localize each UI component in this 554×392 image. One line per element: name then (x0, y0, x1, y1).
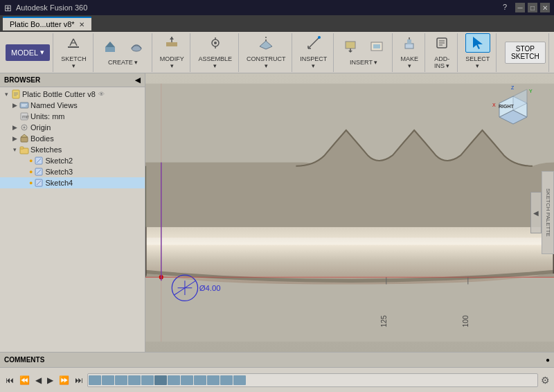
tree-item-sketch2[interactable]: ● Sketch2 (0, 155, 145, 166)
timeline-item[interactable] (115, 375, 127, 385)
comments-bar: COMMENTS ● (0, 352, 554, 367)
make-dropdown-button[interactable]: MAKE ▾ (397, 53, 422, 71)
sketch-visibility-icon[interactable]: ● (29, 168, 33, 175)
timeline-item[interactable] (233, 375, 246, 385)
viewport[interactable]: Ø4.00 125 100 ◀ SKETCH PALETTE (145, 73, 554, 352)
tab-label: Platic Bo...utter v8* (10, 20, 75, 28)
bodies-icon (19, 134, 29, 143)
tree-item-units-label: Units: mm (30, 112, 65, 121)
create-extrude-button[interactable] (98, 37, 123, 56)
named-views-icon (19, 100, 29, 110)
timeline-item[interactable] (194, 375, 206, 385)
svg-text:125: 125 (380, 315, 388, 328)
maximize-button[interactable]: □ (528, 3, 537, 12)
sketch-palette[interactable]: SKETCH PALETTE (542, 171, 554, 254)
assemble-joint-button[interactable] (203, 33, 228, 53)
toolbar-select-group: SELECT ▾ (459, 33, 497, 72)
svg-text:Z: Z (511, 85, 515, 90)
insert-dropdown-button[interactable]: INSERT ▾ (346, 57, 381, 68)
modify-press-pull-button[interactable] (159, 33, 184, 53)
timeline-next-step[interactable]: ⏩ (57, 374, 71, 386)
tree-item-sketches[interactable]: ▾ Sketches (0, 144, 145, 155)
timeline-item[interactable] (141, 375, 154, 385)
svg-rect-25 (405, 44, 413, 48)
addins-icon (434, 35, 449, 51)
insert-canvas-button[interactable] (364, 37, 389, 56)
timeline-item[interactable] (89, 375, 101, 385)
expand-icon: ▶ (11, 124, 18, 131)
tab-close-icon[interactable]: ✕ (79, 21, 84, 28)
sketch-visibility-icon[interactable]: ● (29, 179, 33, 186)
visibility-icon[interactable]: 👁 (98, 91, 105, 98)
timeline-item[interactable] (102, 375, 114, 385)
insert-decal-button[interactable] (338, 37, 363, 56)
minimize-button[interactable]: ─ (515, 3, 525, 12)
tree-item-root-label: Platic Bottle Cutter v8 (22, 90, 96, 98)
timeline-item[interactable] (154, 375, 167, 385)
viewport-nav-button[interactable]: ◀ (530, 192, 542, 233)
sketch-tool-button[interactable] (61, 33, 86, 53)
model-dropdown-button[interactable]: MODEL ▾ (6, 44, 50, 61)
inspect-measure-button[interactable] (301, 33, 326, 53)
svg-rect-0 (68, 46, 79, 48)
measure-icon (306, 35, 321, 51)
svg-marker-9 (170, 37, 174, 39)
assemble-icon-row (203, 33, 228, 53)
stop-sketch-button[interactable]: STOP SKETCH (505, 42, 546, 64)
sketch-visibility-icon[interactable]: ● (29, 157, 33, 164)
create-dropdown-button[interactable]: CREATE ▾ (105, 57, 141, 68)
expand-icon: ▾ (11, 146, 18, 153)
document-tab[interactable]: Platic Bo...utter v8* ✕ (3, 17, 91, 30)
tree-item-sketch4[interactable]: ● Sketch4 (0, 177, 145, 188)
select-dropdown-button[interactable]: SELECT ▾ (462, 53, 493, 71)
inspect-dropdown-button[interactable]: INSPECT ▾ (296, 53, 330, 71)
browser-header: BROWSER ◀ (0, 73, 145, 87)
timeline-item[interactable] (181, 375, 193, 385)
sketch-icon-sm-active (34, 178, 44, 188)
tree-item-named-views[interactable]: ▶ Named Views (0, 100, 145, 111)
nav-cube[interactable]: X Y Z RIGHT (489, 79, 537, 127)
modify-icon-row (159, 33, 184, 53)
browser-collapse-icon[interactable]: ◀ (135, 76, 141, 84)
svg-point-19 (318, 36, 321, 39)
construct-plane-button[interactable] (253, 33, 278, 53)
timeline-prev-step[interactable]: ⏪ (18, 374, 31, 386)
toolbar-inspect-group: INSPECT ▾ (294, 33, 334, 72)
sketch-icon-sm (34, 156, 44, 166)
toolbar-addins-group: ADD-INS ▾ (427, 33, 458, 72)
create-revolve-button[interactable] (124, 37, 149, 56)
timeline-item[interactable] (128, 375, 141, 385)
timeline-item[interactable] (207, 375, 220, 385)
svg-marker-22 (348, 51, 352, 53)
tree-item-root[interactable]: ▾ Platic Bottle Cutter v8 👁 (0, 89, 145, 100)
timeline-track[interactable] (87, 373, 538, 387)
tree-item-origin-label: Origin (30, 123, 51, 132)
modify-dropdown-button[interactable]: MODIFY ▾ (157, 53, 188, 71)
tree-item-origin[interactable]: ▶ Origin (0, 122, 145, 133)
comments-expand-icon[interactable]: ● (546, 356, 550, 364)
help-btn[interactable]: ? (503, 3, 507, 12)
timeline-item[interactable] (168, 375, 180, 385)
select-button[interactable] (465, 33, 490, 53)
addins-scripts-button[interactable] (429, 33, 454, 53)
make-3dprint-button[interactable] (397, 33, 422, 53)
timeline-back-to-start[interactable]: ⏮ (4, 374, 15, 386)
construct-icon-row (253, 33, 278, 53)
svg-point-11 (214, 42, 217, 44)
timeline-item[interactable] (220, 375, 233, 385)
timeline-settings-button[interactable]: ⚙ (541, 375, 550, 386)
timeline-play-back[interactable]: ◀ (34, 374, 43, 386)
sketch-dropdown-button[interactable]: SKETCH ▾ (57, 53, 90, 71)
sketches-folder-icon (19, 145, 29, 154)
construct-dropdown-button[interactable]: CONSTRUCT ▾ (243, 53, 289, 71)
addins-dropdown-button[interactable]: ADD-INS ▾ (429, 53, 454, 71)
assemble-dropdown-button[interactable]: ASSEMBLE ▾ (195, 53, 235, 71)
timeline-play-forward[interactable]: ▶ (46, 374, 55, 386)
inspect-icon-row (301, 33, 326, 53)
tree-item-bodies[interactable]: ▶ Bodies (0, 133, 145, 144)
tree-item-units[interactable]: mm Units: mm (0, 111, 145, 122)
tree-item-sketch3[interactable]: ● Sketch3 (0, 166, 145, 177)
app-grid-icon[interactable]: ⊞ (4, 3, 12, 13)
timeline-end[interactable]: ⏭ (73, 374, 84, 386)
close-button[interactable]: ✕ (540, 3, 550, 12)
